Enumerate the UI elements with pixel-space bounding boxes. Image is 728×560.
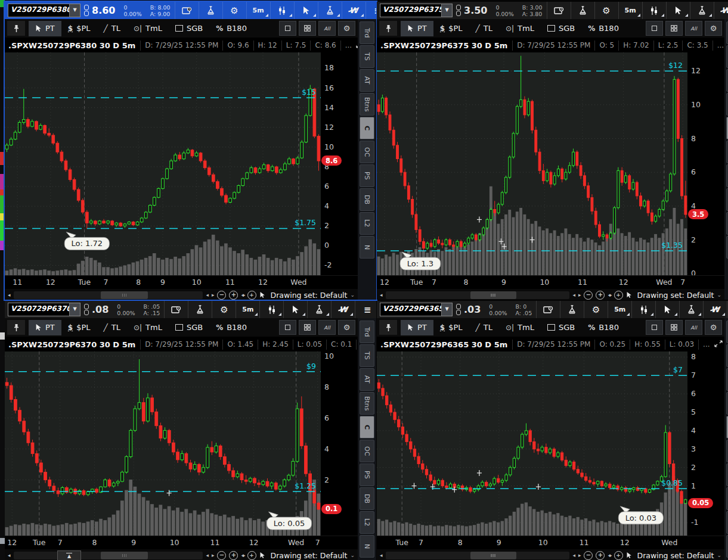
- single-view-button[interactable]: [646, 320, 663, 335]
- settings-button[interactable]: ⚙: [222, 2, 246, 19]
- events-button[interactable]: [175, 2, 199, 19]
- chart-plot-area[interactable]: $15$1.75Lo: 1.72: [5, 52, 321, 275]
- chart-panel[interactable]: V250729P6380 ▼ 8.60 0 0.00% B: 8.00 A: 9…: [5, 2, 376, 300]
- tool-b180-button[interactable]: % B180: [209, 320, 253, 335]
- time-axis[interactable]: 1112Tue789101112Wed: [5, 275, 358, 289]
- chart-style-button[interactable]: [631, 301, 655, 318]
- scroll-left-icon[interactable]: ◂: [8, 552, 11, 558]
- events-button[interactable]: [536, 301, 560, 318]
- time-axis[interactable]: Tue789101112Wed: [377, 536, 724, 549]
- analyze-button[interactable]: [188, 301, 212, 318]
- tool-b180-button[interactable]: % B180: [581, 21, 625, 36]
- drawing-set-label[interactable]: Drawing set: Default: [271, 291, 348, 300]
- gadget-tab-db[interactable]: DB: [360, 487, 374, 510]
- gadget-tab-ps[interactable]: PS: [360, 463, 374, 486]
- horizontal-scrollbar[interactable]: [14, 552, 203, 559]
- restore-panel-button[interactable]: ▲: [57, 550, 81, 560]
- tool-sgb-button[interactable]: SGB: [169, 21, 209, 36]
- zoom-out-icon[interactable]: −: [217, 551, 226, 560]
- candlestick-chart[interactable]: $15$1.75Lo: 1.72: [5, 52, 321, 275]
- timeframe-button[interactable]: 5m: [246, 2, 270, 19]
- step-left-icon[interactable]: ◂: [206, 552, 209, 558]
- price-axis[interactable]: 181614121086420-28.6: [321, 52, 358, 275]
- symbol-input-value[interactable]: V250729P6370: [8, 303, 69, 316]
- active-drawings-button[interactable]: W: [342, 2, 365, 19]
- gadget-tab-at[interactable]: AT: [360, 69, 374, 92]
- chart-style-button[interactable]: [642, 2, 666, 19]
- active-drawings-button[interactable]: W: [703, 301, 727, 318]
- single-view-button[interactable]: [646, 21, 663, 36]
- tool-pt-button[interactable]: PT: [29, 21, 61, 36]
- drawing-set-label[interactable]: Drawing set: Default: [271, 551, 348, 560]
- horizontal-scrollbar[interactable]: [14, 291, 203, 299]
- analyze-button[interactable]: [199, 2, 222, 19]
- strategies-button[interactable]: [690, 2, 714, 19]
- drawing-set-label[interactable]: Drawing set: Default: [637, 291, 714, 300]
- gadget-tab-ts[interactable]: TS: [360, 344, 374, 367]
- symbol-input-value[interactable]: V250729P6365: [380, 303, 441, 316]
- step-right-icon[interactable]: ▸: [212, 552, 215, 558]
- gadget-tab-n[interactable]: N: [360, 535, 374, 558]
- zoom-in-icon[interactable]: +: [229, 551, 238, 560]
- symbol-dropdown-button[interactable]: ▼: [441, 4, 452, 17]
- tool-sgb-button[interactable]: SGB: [541, 320, 581, 335]
- strategies-button[interactable]: [318, 2, 342, 19]
- fit-width-icon[interactable]: ◂▸: [241, 292, 244, 298]
- gadget-tab-ts[interactable]: TS: [360, 45, 374, 68]
- tool-trendline-button[interactable]: ╱ TL: [469, 21, 499, 36]
- pin-toolbar-button[interactable]: [7, 21, 25, 36]
- cursor-icon[interactable]: [626, 291, 632, 298]
- single-view-button[interactable]: [279, 320, 296, 335]
- candlestick-chart[interactable]: $7$0.85Lo: 0.03: [377, 351, 687, 536]
- scroll-left-icon[interactable]: ◂: [380, 292, 383, 298]
- active-drawings-button[interactable]: W: [714, 2, 728, 19]
- events-button[interactable]: [547, 2, 571, 19]
- step-left-icon[interactable]: ◂: [206, 292, 209, 298]
- gadget-tab-n[interactable]: N: [360, 236, 374, 259]
- chart-panel[interactable]: V250729P6370 ▼ .08 0 0.00% B: .05 A: .15…: [5, 301, 376, 560]
- zoom-in-icon[interactable]: +: [596, 551, 605, 560]
- settings-button[interactable]: ⚙: [212, 301, 236, 318]
- strategies-button[interactable]: [679, 301, 703, 318]
- grid-view-button[interactable]: [665, 21, 683, 36]
- time-axis[interactable]: 12Tue789101112Wed7: [5, 536, 358, 549]
- symbol-input[interactable]: V250729P6365 ▼: [380, 303, 453, 316]
- scroll-left-icon[interactable]: ◂: [8, 292, 11, 298]
- toolbar-settings-button[interactable]: ⚙: [338, 320, 355, 335]
- gadget-tab-btns[interactable]: Btns: [360, 93, 374, 116]
- scroll-left-icon[interactable]: ◂: [380, 552, 383, 558]
- pointer-tool-button[interactable]: [294, 2, 318, 19]
- gadget-tab-ps[interactable]: PS: [360, 164, 374, 187]
- chart-plot-area[interactable]: $9$1.25Lo: 0.05: [5, 351, 321, 536]
- gadget-tab-btns[interactable]: Btns: [360, 392, 374, 415]
- chart-style-button[interactable]: [270, 2, 294, 19]
- pin-toolbar-button[interactable]: [7, 320, 25, 335]
- settings-button[interactable]: ⚙: [594, 2, 618, 19]
- tool-pt-button[interactable]: PT: [29, 320, 61, 335]
- scrollbar-thumb[interactable]: [101, 552, 148, 559]
- symbol-input[interactable]: V250729P6370 ▼: [8, 303, 80, 316]
- time-axis[interactable]: 12Tue789101112Wed7: [377, 275, 724, 289]
- strategies-button[interactable]: [307, 301, 331, 318]
- fit-width-icon[interactable]: ◂▸: [241, 552, 244, 558]
- chart-menu-button[interactable]: ≡: [365, 2, 376, 19]
- scrollbar-thumb[interactable]: [470, 291, 516, 299]
- scrollbar-thumb[interactable]: [101, 291, 148, 299]
- pointer-tool-button[interactable]: [283, 301, 307, 318]
- tool-b180-button[interactable]: % B180: [209, 21, 253, 36]
- symbol-dropdown-button[interactable]: ▼: [69, 303, 80, 316]
- active-drawings-button[interactable]: W: [331, 301, 355, 318]
- gadget-tab-l2[interactable]: L2: [360, 212, 374, 235]
- link-icon[interactable]: [456, 5, 461, 16]
- zoom-in-icon[interactable]: +: [596, 291, 605, 300]
- tool-spl-button[interactable]: $ $PL: [61, 320, 97, 335]
- gadget-tab-db[interactable]: DB: [360, 188, 374, 211]
- tool-trendline-button[interactable]: ╱ TL: [97, 320, 127, 335]
- chart-menu-button[interactable]: ≡: [355, 301, 376, 318]
- tool-pt-button[interactable]: PT: [401, 21, 433, 36]
- step-right-icon[interactable]: ▸: [578, 292, 581, 298]
- crosshair-icon[interactable]: +: [247, 291, 256, 300]
- toolbar-settings-button[interactable]: ⚙: [705, 320, 722, 335]
- cursor-icon[interactable]: [626, 552, 632, 559]
- step-left-icon[interactable]: ◂: [572, 292, 575, 298]
